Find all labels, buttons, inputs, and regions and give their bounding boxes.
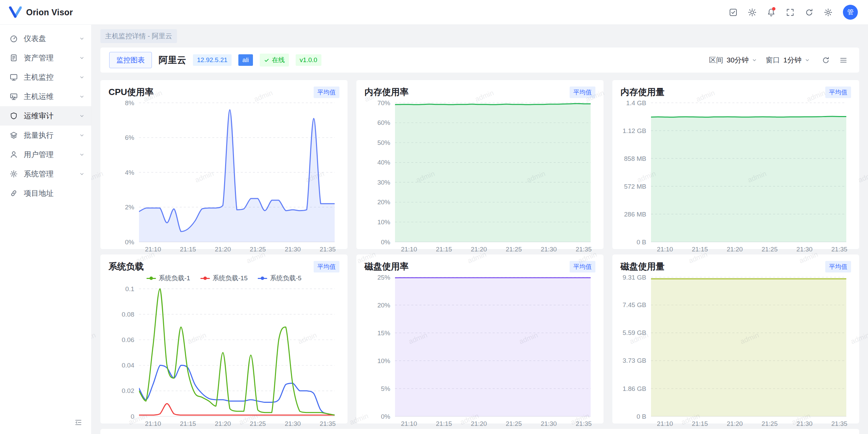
svg-text:21:30: 21:30 xyxy=(285,420,301,427)
legend-item[interactable]: 系统负载-1 xyxy=(146,274,190,283)
svg-text:21:35: 21:35 xyxy=(831,246,848,253)
svg-text:0%: 0% xyxy=(125,239,135,246)
svg-text:0.02: 0.02 xyxy=(122,387,134,394)
desktop-icon xyxy=(9,92,18,101)
chevron-down-icon xyxy=(79,35,85,42)
svg-text:21:30: 21:30 xyxy=(285,246,301,253)
svg-text:1.86 GB: 1.86 GB xyxy=(623,385,646,392)
monitor-chart-button[interactable]: 监控图表 xyxy=(109,52,152,68)
svg-text:1.4 GB: 1.4 GB xyxy=(626,99,646,107)
shield-icon xyxy=(9,112,18,120)
svg-text:21:25: 21:25 xyxy=(506,420,522,427)
average-badge[interactable]: 平均值 xyxy=(314,261,339,272)
svg-text:6%: 6% xyxy=(125,134,135,141)
fullscreen-icon xyxy=(786,8,795,17)
sidebar-item-label: 批量执行 xyxy=(24,130,73,140)
fullscreen-icon[interactable] xyxy=(783,5,797,20)
chart-card-5: 磁盘使用量平均值0 B1.86 GB3.73 GB5.59 GB7.45 GB9… xyxy=(612,254,859,423)
sidebar-item-6[interactable]: 用户管理 xyxy=(0,145,91,164)
svg-text:50%: 50% xyxy=(377,139,390,146)
svg-text:286 MB: 286 MB xyxy=(624,211,646,218)
sidebar-item-label: 项目地址 xyxy=(24,188,85,199)
breadcrumb[interactable]: 主机监控详情 - 阿里云 xyxy=(100,29,177,43)
svg-text:21:20: 21:20 xyxy=(727,246,743,253)
link-icon xyxy=(9,189,18,197)
gear-icon xyxy=(9,170,18,178)
svg-text:21:35: 21:35 xyxy=(320,420,336,427)
svg-text:0.08: 0.08 xyxy=(122,311,134,318)
reload-icon[interactable] xyxy=(802,5,816,20)
legend-item[interactable]: 系统负载-5 xyxy=(258,274,301,283)
legend-label: 系统负载-5 xyxy=(270,274,301,283)
sidebar-item-5[interactable]: 批量执行 xyxy=(0,126,91,145)
average-badge[interactable]: 平均值 xyxy=(825,261,851,272)
svg-text:15%: 15% xyxy=(377,329,390,337)
sidebar-item-3[interactable]: 主机运维 xyxy=(0,87,91,106)
svg-text:0.1: 0.1 xyxy=(125,285,134,293)
svg-text:21:25: 21:25 xyxy=(250,246,266,253)
average-badge[interactable]: 平均值 xyxy=(570,87,595,98)
chart-refresh-button[interactable] xyxy=(818,53,833,67)
host-header-card: 监控图表 阿里云 12.92.5.21 ali 在线 v1.0.0 区间 30分… xyxy=(100,48,859,73)
sidebar-item-0[interactable]: 仪表盘 xyxy=(0,29,91,48)
svg-text:9.31 GB: 9.31 GB xyxy=(623,274,646,281)
chart-area: 0 B1.86 GB3.73 GB5.59 GB7.45 GB9.31 GB21… xyxy=(620,272,851,420)
theme-toggle-icon[interactable] xyxy=(745,5,760,20)
chevron-down-icon xyxy=(79,113,85,119)
chart-options-button[interactable] xyxy=(836,53,850,67)
average-badge[interactable]: 平均值 xyxy=(570,261,595,272)
svg-text:60%: 60% xyxy=(377,119,390,126)
window-select-label: 窗口 xyxy=(766,55,780,65)
sidebar-item-8[interactable]: 项目地址 xyxy=(0,184,91,203)
range-select-value: 30分钟 xyxy=(727,55,749,65)
doc-icon xyxy=(9,54,18,62)
legend-item[interactable]: 系统负载-15 xyxy=(200,274,248,283)
svg-text:2%: 2% xyxy=(125,204,135,211)
chart-card-0: CPU使用率平均值0%2%4%6%8%21:1021:1521:2021:252… xyxy=(100,80,348,249)
refresh-icon xyxy=(822,56,830,64)
agent-version-tag: v1.0.0 xyxy=(296,54,321,66)
sidebar-item-1[interactable]: 资产管理 xyxy=(0,48,91,68)
range-select[interactable]: 区间 30分钟 xyxy=(709,55,757,65)
average-badge[interactable]: 平均值 xyxy=(825,87,851,98)
chart-area: 0%2%4%6%8%21:1021:1521:2021:2521:3021:35 xyxy=(108,98,339,246)
sidebar-collapse-button[interactable] xyxy=(72,416,85,429)
chart-canvas: 0%10%20%30%40%50%60%70%21:1021:1521:2021… xyxy=(364,98,595,254)
notifications-bell-icon[interactable] xyxy=(764,5,778,20)
status-check-icon[interactable] xyxy=(726,5,741,20)
chevron-down-icon xyxy=(79,55,85,61)
svg-text:21:10: 21:10 xyxy=(145,246,161,253)
sidebar-item-7[interactable]: 系统管理 xyxy=(0,164,91,184)
svg-text:21:15: 21:15 xyxy=(180,246,196,253)
svg-text:21:30: 21:30 xyxy=(541,246,557,253)
svg-text:4%: 4% xyxy=(125,169,135,176)
average-badge[interactable]: 平均值 xyxy=(314,87,339,98)
user-avatar[interactable]: 管 xyxy=(843,5,858,20)
svg-text:21:30: 21:30 xyxy=(541,420,557,427)
chart-card-3: 系统负载平均值系统负载-1系统负载-15系统负载-500.020.040.060… xyxy=(100,254,348,423)
svg-text:21:25: 21:25 xyxy=(506,246,522,253)
sidebar: 仪表盘资产管理主机监控主机运维运维审计批量执行用户管理系统管理项目地址 xyxy=(0,25,92,434)
svg-text:21:10: 21:10 xyxy=(657,420,673,427)
legend-marker xyxy=(146,278,156,279)
host-name: 阿里云 xyxy=(159,54,186,66)
svg-text:21:10: 21:10 xyxy=(657,246,673,253)
chart-area: 0%5%10%15%20%25%21:1021:1521:2021:2521:3… xyxy=(364,272,595,420)
svg-text:21:25: 21:25 xyxy=(250,420,266,427)
chart-canvas: 0 B1.86 GB3.73 GB5.59 GB7.45 GB9.31 GB21… xyxy=(620,272,851,429)
gauge-icon xyxy=(9,34,18,43)
chart-card-1: 内存使用率平均值0%10%20%30%40%50%60%70%21:1021:1… xyxy=(356,80,604,249)
chart-canvas: 0%2%4%6%8%21:1021:1521:2021:2521:3021:35 xyxy=(108,98,339,254)
layers-icon xyxy=(9,131,18,139)
svg-text:10%: 10% xyxy=(377,357,390,364)
window-select[interactable]: 窗口 1分钟 xyxy=(766,55,810,65)
settings-gear-icon[interactable] xyxy=(821,5,835,20)
sidebar-item-4[interactable]: 运维审计 xyxy=(0,106,91,126)
sidebar-item-2[interactable]: 主机监控 xyxy=(0,68,91,87)
svg-text:21:15: 21:15 xyxy=(436,420,452,427)
topbar: Orion Visor 管 xyxy=(0,0,868,25)
legend-marker xyxy=(258,278,267,279)
chevron-down-icon xyxy=(79,113,85,119)
chevron-down-icon xyxy=(79,151,85,158)
sidebar-item-label: 运维审计 xyxy=(24,111,73,121)
